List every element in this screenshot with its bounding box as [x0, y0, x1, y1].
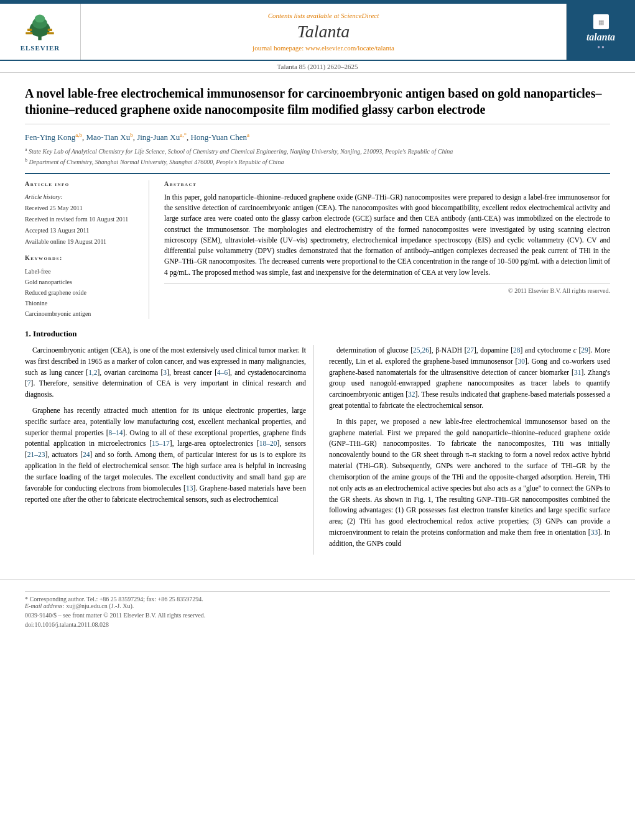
available-date: Available online 19 August 2011: [25, 237, 141, 247]
authors-line: Fen-Ying Konga,b, Mao-Tian Xub, Jing-Jua…: [25, 132, 610, 142]
talanta-logo-area: ▦ talanta ● ●: [567, 4, 635, 60]
journal-header: ELSEVIER Contents lists available at Sci…: [0, 4, 635, 61]
article-history: Article history: Received 25 May 2011 Re…: [25, 192, 141, 247]
sciencedirect-link: Contents lists available at ScienceDirec…: [268, 12, 379, 19]
keywords-list: Label-free Gold nanoparticles Reduced gr…: [25, 266, 141, 319]
ref-32[interactable]: 32: [408, 390, 415, 398]
affiliation-b: b Department of Chemistry, Shanghai Norm…: [25, 157, 610, 167]
elsevier-logo: ELSEVIER: [21, 12, 60, 52]
svg-rect-4: [27, 29, 32, 31]
affiliations: a State Key Lab of Analytical Chemistry …: [25, 146, 610, 167]
ref-1-2[interactable]: 1,2: [88, 369, 97, 376]
elsevier-tree-icon: [21, 12, 58, 43]
talanta-logo-text: talanta: [586, 32, 615, 43]
intro-col2-para-2: In this paper, we proposed a new lable-f…: [329, 417, 610, 550]
svg-rect-7: [47, 32, 54, 35]
author-3: Jing-Juan Xu: [137, 132, 180, 142]
journal-homepage: journal homepage: www.elsevier.com/locat…: [253, 44, 394, 52]
ref-25-26[interactable]: 25,26: [413, 346, 429, 354]
intro-para-1: Carcinoembryonic antigen (CEA), is one o…: [25, 345, 306, 400]
svg-point-3: [35, 15, 45, 23]
history-label: Article history:: [25, 192, 141, 202]
introduction-section: 1. Introduction Carcinoembryonic antigen…: [25, 329, 610, 555]
ref-13[interactable]: 13: [186, 484, 193, 492]
abstract-text: In this paper, gold nanoparticle–thionin…: [164, 192, 610, 278]
body-two-col: Carcinoembryonic antigen (CEA), is one o…: [25, 345, 610, 555]
keyword-2: Gold nanoparticles: [25, 277, 141, 287]
keywords-heading: Keywords:: [25, 254, 141, 261]
keyword-5: Carcinoembryonic antigen: [25, 308, 141, 319]
ref-8-14[interactable]: 8–14: [109, 429, 123, 436]
ref-27[interactable]: 27: [466, 346, 474, 354]
svg-rect-6: [26, 32, 33, 35]
journal-center: Contents lists available at ScienceDirec…: [81, 4, 567, 60]
ref-30[interactable]: 30: [517, 358, 525, 365]
homepage-url[interactable]: www.elsevier.com/locate/talanta: [305, 44, 394, 52]
author-4: Hong-Yuan Chen: [190, 132, 247, 142]
article-title: A novel lable-free electrochemical immun…: [25, 85, 610, 124]
corresponding-note: * Corresponding author. Tel.: +86 25 835…: [25, 591, 610, 609]
article-info-abstract-section: Article info Article history: Received 2…: [25, 173, 610, 319]
ref-3[interactable]: 3: [163, 369, 167, 376]
volume-bar: Talanta 85 (2011) 2620–2625: [0, 61, 635, 73]
footer-doi: doi:10.1016/j.talanta.2011.08.028: [25, 621, 610, 628]
intro-col2-para-1: determination of glucose [25,26], β-NADH…: [329, 345, 610, 412]
page-wrapper: ELSEVIER Contents lists available at Sci…: [0, 0, 635, 840]
ref-28[interactable]: 28: [513, 346, 521, 354]
received-revised-date: Received in revised form 10 August 2011: [25, 215, 141, 224]
body-col-left: Carcinoembryonic antigen (CEA), is one o…: [25, 345, 314, 555]
intro-heading: 1. Introduction: [25, 329, 610, 339]
keywords-section: Keywords: Label-free Gold nanoparticles …: [25, 254, 141, 319]
talanta-logo-small: ▦: [598, 19, 604, 25]
ref-4-6[interactable]: 4–6: [217, 369, 228, 376]
ref-31[interactable]: 31: [574, 369, 582, 376]
journal-name: Talanta: [297, 22, 350, 42]
author-1: Fen-Ying Kong: [25, 132, 75, 142]
received-date: Received 25 May 2011: [25, 203, 141, 213]
article-info-heading: Article info: [25, 180, 141, 187]
sciencedirect-anchor[interactable]: ScienceDirect: [341, 12, 379, 19]
intro-col1-text: Carcinoembryonic antigen (CEA), is one o…: [25, 345, 306, 505]
main-content: A novel lable-free electrochemical immun…: [0, 73, 635, 567]
keyword-1: Label-free: [25, 266, 141, 277]
ref-21-23[interactable]: 21–23: [27, 451, 45, 458]
ref-15-17[interactable]: 15–17: [152, 440, 170, 447]
body-col-right: determination of glucose [25,26], β-NADH…: [329, 345, 610, 555]
intro-para-2: Graphene has recently attracted much att…: [25, 405, 306, 505]
footer-issn: 0039-9140/$ – see front matter © 2011 El…: [25, 612, 610, 619]
ref-7[interactable]: 7: [27, 379, 31, 387]
elsevier-wordmark: ELSEVIER: [21, 44, 60, 52]
intro-col2-text: determination of glucose [25,26], β-NADH…: [329, 345, 610, 550]
accepted-date: Accepted 13 August 2011: [25, 226, 141, 236]
copyright-line: © 2011 Elsevier B.V. All rights reserved…: [164, 283, 610, 294]
ref-24[interactable]: 24: [83, 451, 90, 458]
page-footer: * Corresponding author. Tel.: +86 25 835…: [0, 579, 635, 633]
keyword-3: Reduced graphene oxide: [25, 287, 141, 298]
keyword-4: Thionine: [25, 298, 141, 308]
ref-18-20[interactable]: 18–20: [259, 440, 277, 447]
right-column: Abstract In this paper, gold nanoparticl…: [164, 180, 610, 319]
left-column: Article info Article history: Received 2…: [25, 180, 149, 319]
ref-33[interactable]: 33: [591, 528, 598, 536]
svg-rect-5: [48, 29, 52, 31]
elsevier-logo-area: ELSEVIER: [0, 4, 81, 60]
abstract-heading: Abstract: [164, 180, 610, 187]
author-2: Mao-Tian Xu: [86, 132, 131, 142]
affiliation-a: a State Key Lab of Analytical Chemistry …: [25, 146, 610, 156]
ref-29[interactable]: 29: [581, 346, 588, 354]
talanta-logo-sub: ● ●: [597, 44, 605, 50]
